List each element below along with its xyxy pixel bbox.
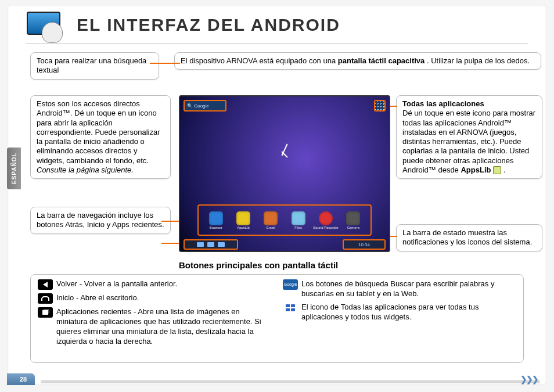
shortcuts-note: Consulte la página siguiente. — [37, 166, 134, 174]
all-apps-title: Todas las aplicaciones — [402, 99, 536, 109]
home-text: Inicio - Abre el escritorio. — [56, 293, 271, 304]
intro-text-after: . Utilizar la pulpa de los dedos. — [427, 56, 530, 65]
device-screenshot: 🔍Google Browser AppsLib Email Files Soun… — [179, 95, 390, 252]
language-tab: ESPAÑOL — [7, 148, 21, 189]
device-system-tray[interactable]: 10:34 — [343, 239, 386, 250]
dock-app-email[interactable]: Email — [261, 211, 280, 229]
touch-buttons-panel: Volver - Volver a la pantalla anterior. … — [30, 274, 524, 363]
device-all-apps-button[interactable] — [374, 100, 386, 112]
dock-app-files[interactable]: Files — [289, 211, 308, 229]
page-title: EL INTERFAZ DEL ANDROID — [77, 15, 340, 35]
device-nav-buttons[interactable] — [184, 239, 238, 250]
row-home: Inicio - Abre el escritorio. — [38, 293, 271, 304]
back-icon — [38, 279, 53, 290]
page-header: EL INTERFAZ DEL ANDROID — [26, 9, 528, 41]
bottom-section-title: Botones principales con pantalla táctil — [179, 260, 338, 270]
row-search: Los botones de búsqueda Buscar para escr… — [283, 279, 516, 299]
allapps-text: El icono de Todas las aplicaciones para … — [301, 303, 516, 322]
row-recent: Aplicaciones recientes - Abre una lista … — [38, 307, 271, 347]
statusbar-callout: La barra de estado muestra las notificac… — [396, 224, 542, 251]
left-column: Volver - Volver a la pantalla anterior. … — [38, 279, 271, 358]
all-apps-body: Dé un toque en este icono para mostrar t… — [402, 109, 535, 174]
row-back: Volver - Volver a la pantalla anterior. — [38, 279, 271, 290]
shortcuts-text: Estos son los accesos directos Android™.… — [37, 99, 160, 165]
footer-arrows-icon: ❯❯❯ — [520, 375, 538, 384]
right-column: Los botones de búsqueda Buscar para escr… — [283, 279, 516, 358]
connector-line — [150, 63, 180, 64]
device-dock: Browser AppsLib Email Files Sound Record… — [197, 204, 372, 236]
row-allapps: El icono de Todas las aplicaciones para … — [283, 303, 516, 322]
all-apps-icon — [283, 303, 298, 313]
recent-apps-icon — [38, 307, 53, 318]
intro-text-bold: pantalla táctil capacitiva — [338, 56, 425, 65]
intro-text-before: El dispositivo ARNOVA está equipado con … — [181, 56, 338, 65]
device-statusbar: 10:34 — [184, 239, 386, 249]
search-text: Los botones de búsqueda Buscar para escr… — [301, 279, 516, 299]
header-divider — [26, 43, 528, 44]
intro-callout: El dispositivo ARNOVA está equipado con … — [174, 52, 541, 70]
device-search-bar[interactable]: 🔍Google — [184, 100, 226, 112]
all-apps-callout: Todas las aplicaciones Dé un toque en es… — [396, 95, 542, 179]
dock-app-recorder[interactable]: Sound Recorder — [316, 211, 336, 229]
shortcuts-callout: Estos son los accesos directos Android™.… — [30, 95, 171, 179]
home-icon — [38, 293, 53, 304]
device-clock-widget — [267, 138, 302, 172]
dock-app-camera[interactable]: Camera — [343, 211, 363, 229]
dock-app-appslib[interactable]: AppsLib — [233, 211, 253, 229]
recent-text: Aplicaciones recientes - Abre una lista … — [56, 307, 271, 347]
footer-stripe — [41, 380, 540, 383]
navbar-callout: La barra de navegación incluye los boton… — [30, 207, 171, 234]
page-number: 28 — [7, 373, 35, 385]
search-icon — [283, 279, 298, 290]
dock-app-browser[interactable]: Browser — [206, 211, 226, 229]
back-text: Volver - Volver a la pantalla anterior. — [56, 279, 271, 290]
touch-screen-icon — [26, 9, 66, 41]
connector-line — [161, 221, 181, 222]
appslib-icon — [493, 166, 501, 174]
manual-page: EL INTERFAZ DEL ANDROID ESPAÑOL El dispo… — [7, 5, 547, 385]
appslib-label: AppsLib — [461, 166, 491, 174]
search-callout: Toca para realizar una búsqueda textual — [30, 52, 159, 80]
